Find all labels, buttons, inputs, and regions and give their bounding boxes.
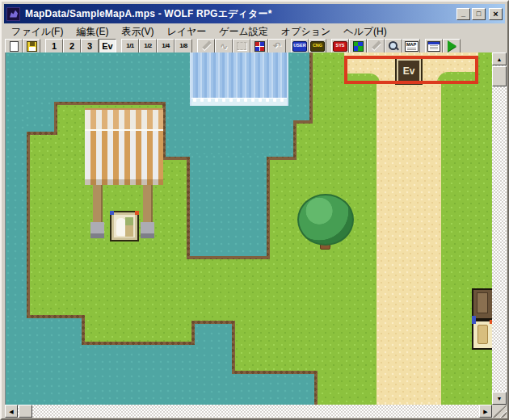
event-corner-marker (110, 211, 114, 215)
system-db-button[interactable]: SYS (331, 39, 349, 53)
maximize-button[interactable]: □ (472, 8, 486, 20)
undo-button[interactable]: ↶ (268, 39, 286, 53)
tent-canopy-top (85, 108, 163, 131)
freehand-icon: ∿ (220, 42, 227, 51)
horizontal-scroll-thumb[interactable] (19, 405, 32, 418)
event-sprite-scroll[interactable] (472, 320, 492, 350)
tent-pole-foot (90, 222, 104, 238)
variable-db-button[interactable]: CNG (309, 39, 326, 53)
new-file-icon (10, 41, 19, 52)
water-region (78, 345, 196, 405)
tile-attr-button[interactable] (250, 39, 268, 53)
close-button[interactable]: × (489, 8, 503, 20)
tent-canopy (85, 129, 163, 185)
layer2-button[interactable]: 2 (63, 39, 81, 53)
save-button[interactable] (23, 39, 40, 53)
event-search-button[interactable] (385, 39, 402, 53)
tileset-icon (353, 41, 364, 52)
water-region (166, 101, 293, 157)
water-region (25, 101, 54, 132)
event-corner-marker (135, 211, 139, 215)
vertical-scrollbar[interactable]: ▲ ▼ (492, 52, 507, 405)
event-layer-button[interactable]: Ev (99, 39, 116, 53)
wrench-icon (370, 40, 381, 52)
zoom-1-2-button[interactable]: 1/2 (139, 39, 157, 53)
zoom-1-1-button[interactable]: 1/1 (121, 39, 139, 53)
wolf-rpg-editor-window: MapData/SampleMapA.mps - WOLF RPGエディター* … (0, 0, 509, 420)
scroll-up-button[interactable]: ▲ (492, 52, 507, 65)
horizontal-scrollbar[interactable]: ◀ ▶ (5, 405, 492, 418)
event-sprite-npc[interactable] (110, 211, 139, 242)
menu-game-settings[interactable]: ゲーム設定 (212, 24, 275, 40)
waterfall (190, 52, 288, 106)
water-region (288, 52, 309, 120)
selection-rectangle (344, 56, 478, 84)
event-corner-marker (472, 320, 476, 324)
toolbar: 1 2 3 Ev 1/1 1/2 1/4 1/8 ∿ ↶ USER CNG SY… (5, 39, 504, 52)
rect-select-icon (237, 42, 246, 50)
freehand-tool-button[interactable]: ∿ (215, 39, 233, 53)
resize-grip[interactable] (492, 405, 507, 418)
npc-background (125, 217, 133, 237)
tent-pole-foot (141, 222, 154, 238)
new-file-button[interactable] (5, 39, 23, 53)
zoom-1-8-button[interactable]: 1/8 (175, 39, 192, 53)
user-db-icon: USER (292, 41, 307, 52)
menu-layer[interactable]: レイヤー (160, 24, 212, 40)
scroll-left-button[interactable]: ◀ (5, 405, 18, 418)
app-icon (6, 7, 20, 21)
map-select-icon: MAP (405, 41, 419, 52)
layer3-button[interactable]: 3 (81, 39, 99, 53)
test-play-button[interactable] (443, 39, 461, 53)
user-db-button[interactable]: USER (291, 39, 309, 53)
tileset-settings-button[interactable] (349, 39, 367, 53)
pencil-tool-button[interactable] (197, 39, 215, 53)
window-title: MapData/SampleMapA.mps - WOLF RPGエディター* (25, 7, 455, 21)
common-event-button[interactable] (425, 39, 443, 53)
water-region (232, 374, 314, 405)
event-search-icon (388, 40, 399, 52)
play-icon (448, 40, 456, 52)
menu-bar: ファイル(F) 編集(E) 表示(V) レイヤー ゲーム設定 オプション ヘルプ… (5, 25, 504, 39)
zoom-1-4-button[interactable]: 1/4 (157, 39, 175, 53)
pencil-icon (200, 40, 212, 52)
crate-panel (477, 292, 488, 313)
water-region (195, 324, 232, 405)
water-region (190, 154, 267, 256)
rect-select-tool-button[interactable] (233, 39, 250, 53)
menu-edit[interactable]: 編集(E) (69, 24, 115, 40)
menu-options[interactable]: オプション (275, 24, 337, 40)
scroll-figure (477, 325, 488, 344)
tree (297, 194, 354, 246)
title-bar[interactable]: MapData/SampleMapA.mps - WOLF RPGエディター* … (4, 4, 505, 23)
water-region (6, 52, 27, 320)
event-sprite-crate[interactable] (472, 288, 492, 320)
water-region (6, 318, 82, 405)
layer1-button[interactable]: 1 (45, 39, 63, 53)
scroll-right-button[interactable]: ▶ (479, 405, 492, 418)
system-settings-button[interactable] (367, 39, 385, 53)
menu-view[interactable]: 表示(V) (115, 24, 160, 40)
undo-icon: ↶ (273, 41, 281, 51)
system-db-icon: SYS (333, 41, 347, 52)
common-event-icon (427, 41, 440, 52)
map-canvas[interactable]: Ev (5, 52, 492, 405)
scroll-down-button[interactable]: ▼ (492, 392, 507, 405)
minimize-button[interactable]: _ (456, 8, 470, 20)
variable-db-icon: CNG (310, 41, 325, 52)
save-icon (27, 41, 37, 52)
vertical-scroll-thumb[interactable] (492, 66, 507, 86)
tile-attr-icon (254, 41, 265, 52)
menu-help[interactable]: ヘルプ(H) (337, 24, 393, 40)
menu-file[interactable]: ファイル(F) (5, 24, 69, 40)
map-select-button[interactable]: MAP (402, 39, 420, 53)
sand-path (376, 52, 441, 405)
